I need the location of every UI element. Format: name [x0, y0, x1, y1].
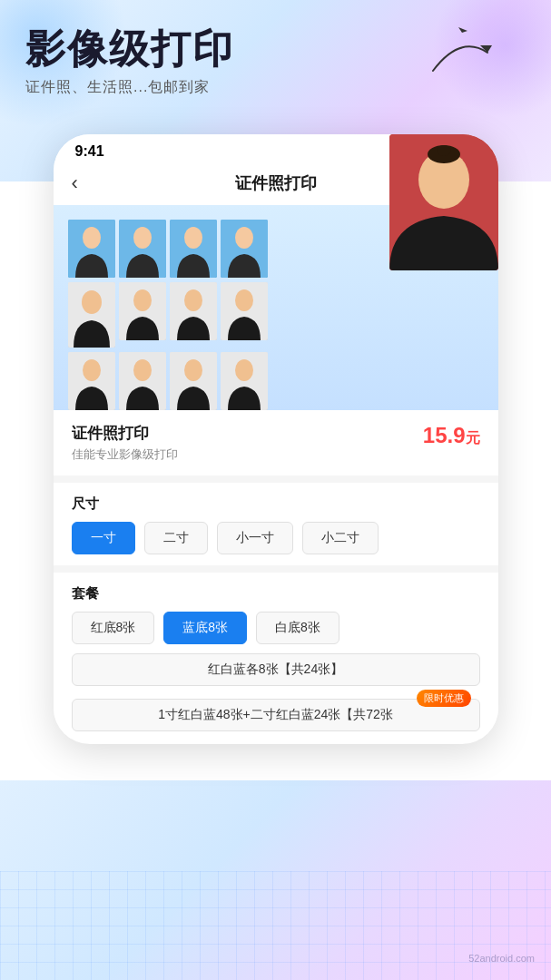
- package-combo1[interactable]: 红白蓝各8张【共24张】: [72, 653, 480, 686]
- svg-point-25: [235, 359, 253, 381]
- svg-point-11: [82, 290, 102, 314]
- product-info: 证件照打印 佳能专业影像级打印 15.9元: [54, 410, 498, 475]
- photo-thumb: [68, 282, 115, 348]
- photo-thumb: [119, 282, 166, 340]
- svg-point-15: [184, 289, 202, 311]
- size-section-label: 尺寸: [72, 483, 480, 522]
- back-button[interactable]: ‹: [72, 172, 78, 195]
- package-section-label: 套餐: [72, 573, 480, 612]
- size-option-1cun[interactable]: 一寸: [72, 522, 135, 554]
- section-divider-2: [54, 565, 498, 573]
- phone-mockup: 9:41 📶 🔋 ‹ 证件照打印: [54, 134, 498, 744]
- size-option-xiao1cun[interactable]: 小一寸: [217, 522, 293, 554]
- offer-badge: 限时优惠: [417, 690, 471, 707]
- price-unit: 元: [466, 430, 480, 446]
- svg-point-21: [133, 359, 152, 381]
- combo2-container: 限时优惠 1寸红白蓝48张+二寸红白蓝24张【共72张: [72, 699, 480, 739]
- svg-point-19: [83, 359, 101, 381]
- svg-marker-1: [458, 27, 467, 33]
- photo-thumb: [221, 282, 268, 340]
- package-red8[interactable]: 红底8张: [72, 612, 155, 644]
- photo-row-3: [68, 352, 484, 410]
- bottom-background: [0, 780, 551, 980]
- svg-point-17: [235, 289, 253, 311]
- size-options-row: 一寸 二寸 小一寸 小二寸: [72, 522, 480, 565]
- photo-thumb: [170, 220, 217, 278]
- svg-point-5: [133, 227, 152, 249]
- svg-point-23: [184, 359, 202, 381]
- section-divider: [54, 475, 498, 483]
- bottom-grid: [0, 871, 551, 980]
- package-blue8[interactable]: 蓝底8张: [163, 612, 247, 644]
- package-white8[interactable]: 白底8张: [256, 612, 339, 644]
- page-title: 证件照打印: [235, 172, 317, 194]
- photo-thumb: [119, 352, 166, 410]
- svg-point-3: [83, 227, 101, 249]
- photo-row-2: [68, 282, 484, 348]
- photo-thumb: [68, 220, 115, 278]
- package-options-row: 红底8张 蓝底8张 白底8张: [72, 612, 480, 653]
- photo-thumb: [221, 352, 268, 410]
- product-price: 15.9元: [423, 423, 480, 448]
- size-option-2cun[interactable]: 二寸: [144, 522, 208, 554]
- photo-thumb: [170, 282, 217, 340]
- svg-point-29: [437, 145, 451, 156]
- main-photo: [389, 134, 498, 270]
- svg-point-7: [184, 227, 202, 249]
- product-description: 佳能专业影像级打印: [72, 446, 178, 463]
- svg-point-13: [133, 289, 152, 311]
- status-time: 9:41: [75, 143, 104, 160]
- product-image-area: [54, 205, 498, 410]
- price-value: 15.9: [423, 423, 466, 447]
- photo-thumb: [119, 220, 166, 278]
- photo-thumb: [68, 352, 115, 410]
- size-section: 尺寸 一寸 二寸 小一寸 小二寸: [54, 483, 498, 565]
- product-name: 证件照打印: [72, 423, 178, 444]
- package-section: 套餐 红底8张 蓝底8张 白底8张 红白蓝各8张【共24张】 限时优惠 1寸红白…: [54, 573, 498, 739]
- watermark: 52android.com: [468, 953, 535, 964]
- size-option-xiao2cun[interactable]: 小二寸: [302, 522, 379, 554]
- photo-thumb: [221, 220, 268, 278]
- hero-decoration: [424, 25, 497, 83]
- photo-thumb: [170, 352, 217, 410]
- product-details: 证件照打印 佳能专业影像级打印: [72, 423, 178, 463]
- svg-point-9: [235, 227, 253, 249]
